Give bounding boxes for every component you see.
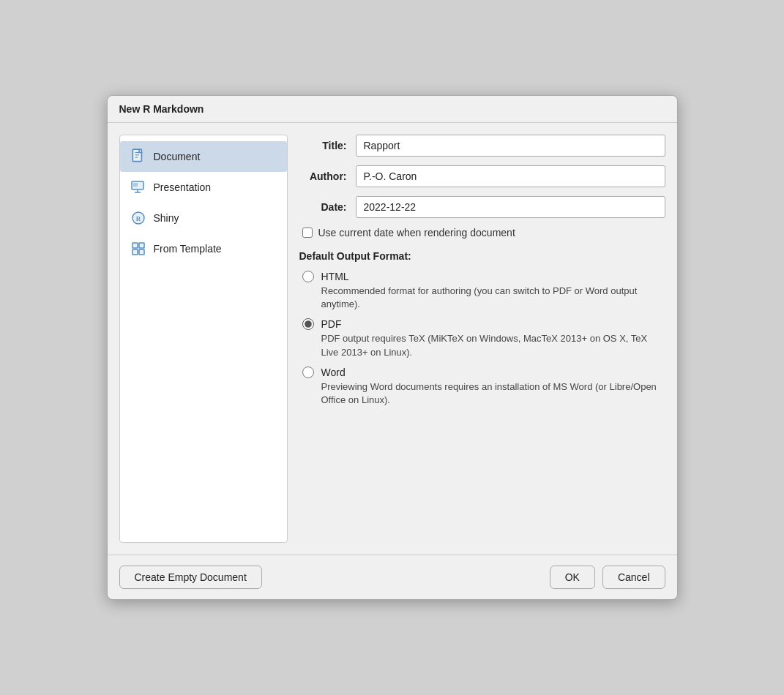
pdf-radio[interactable] <box>302 318 314 330</box>
html-label: HTML <box>321 271 349 282</box>
shiny-icon: R <box>130 210 146 226</box>
word-radio-row: Word <box>302 367 665 378</box>
pdf-format-option: PDF PDF output requires TeX (MiKTeX on W… <box>302 318 665 358</box>
word-format-option: Word Previewing Word documents requires … <box>302 367 665 407</box>
sidebar-item-document[interactable]: Document <box>120 141 287 172</box>
svg-rect-13 <box>139 249 144 255</box>
date-row: Date: <box>299 196 665 218</box>
svg-rect-11 <box>139 243 144 248</box>
sidebar-item-shiny[interactable]: R Shiny <box>120 203 287 233</box>
dialog-title: New R Markdown <box>108 96 677 123</box>
author-input[interactable] <box>356 165 665 187</box>
svg-text:R: R <box>135 215 141 222</box>
new-rmarkdown-dialog: New R Markdown Document <box>107 95 678 600</box>
svg-rect-7 <box>133 183 138 187</box>
use-current-date-row: Use current date when rendering document <box>299 227 665 238</box>
word-description: Previewing Word documents requires an in… <box>302 380 665 407</box>
dialog-footer: Create Empty Document OK Cancel <box>108 555 677 599</box>
html-format-option: HTML Recommended format for authoring (y… <box>302 271 665 311</box>
default-output-format-title: Default Output Format: <box>299 250 665 262</box>
author-row: Author: <box>299 165 665 187</box>
author-label: Author: <box>299 170 347 182</box>
svg-rect-12 <box>132 249 138 255</box>
pdf-label: PDF <box>321 318 342 330</box>
create-empty-button[interactable]: Create Empty Document <box>119 566 262 589</box>
sidebar-item-presentation[interactable]: Presentation <box>120 172 287 203</box>
svg-rect-0 <box>132 149 141 162</box>
pdf-description: PDF output requires TeX (MiKTeX on Windo… <box>302 332 665 358</box>
dialog-body: Document Presentation R <box>108 123 677 555</box>
main-content: Title: Author: Date: Use current date wh… <box>299 135 665 543</box>
title-row: Title: <box>299 135 665 157</box>
use-current-date-checkbox[interactable] <box>302 228 313 238</box>
word-radio[interactable] <box>302 367 314 378</box>
word-label: Word <box>321 367 346 378</box>
title-label: Title: <box>299 140 347 151</box>
sidebar-item-from-template[interactable]: From Template <box>120 233 287 264</box>
ok-cancel-group: OK Cancel <box>550 566 665 589</box>
html-radio-row: HTML <box>302 271 665 282</box>
pdf-radio-row: PDF <box>302 318 665 330</box>
html-description: Recommended format for authoring (you ca… <box>302 285 665 311</box>
presentation-icon <box>130 179 146 195</box>
ok-button[interactable]: OK <box>550 566 595 589</box>
cancel-button[interactable]: Cancel <box>602 566 665 589</box>
sidebar-item-shiny-label: Shiny <box>154 212 179 224</box>
svg-rect-10 <box>132 243 138 248</box>
sidebar-item-document-label: Document <box>154 151 201 162</box>
document-icon <box>130 149 146 165</box>
format-radio-group: HTML Recommended format for authoring (y… <box>299 271 665 407</box>
html-radio[interactable] <box>302 271 314 282</box>
sidebar-item-presentation-label: Presentation <box>154 181 212 193</box>
date-label: Date: <box>299 201 347 213</box>
title-input[interactable] <box>356 135 665 157</box>
date-input[interactable] <box>356 196 665 218</box>
template-icon <box>130 241 146 257</box>
sidebar-item-from-template-label: From Template <box>154 243 222 255</box>
use-current-date-label: Use current date when rendering document <box>318 227 515 238</box>
sidebar: Document Presentation R <box>119 135 288 543</box>
